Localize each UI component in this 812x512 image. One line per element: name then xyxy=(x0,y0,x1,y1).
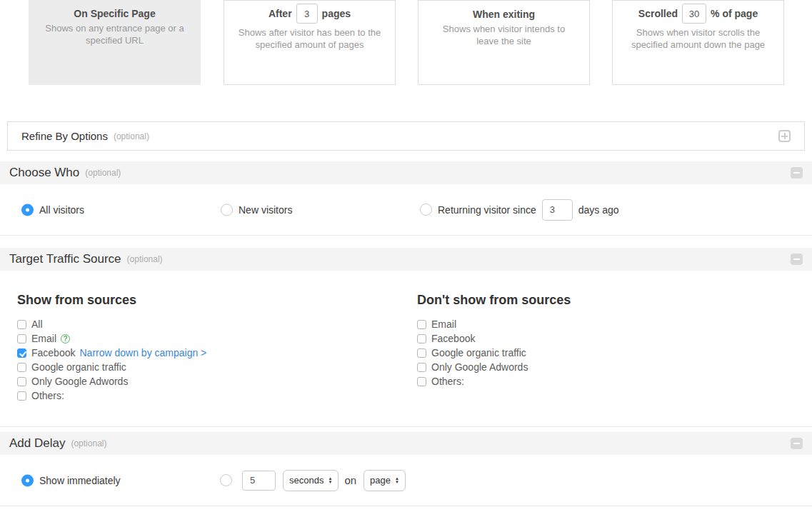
refine-by-options-title: Refine By Options xyxy=(21,130,108,142)
radio-new-visitors[interactable]: New visitors xyxy=(221,204,292,216)
checkbox-google-organic[interactable]: Google organic traffic xyxy=(417,346,528,360)
collapse-minus-icon[interactable] xyxy=(791,254,803,265)
radio-selected-icon[interactable] xyxy=(21,204,34,216)
choose-who-content: All visitors New visitors Returning visi… xyxy=(0,184,812,236)
optional-label: (optional) xyxy=(114,131,149,141)
checkbox-others[interactable]: Others: xyxy=(17,388,206,403)
checkbox-icon[interactable] xyxy=(417,320,426,329)
optional-label: (optional) xyxy=(85,168,121,178)
card-title-suffix: pages xyxy=(322,8,351,19)
card-title: On Specific Page xyxy=(29,8,201,19)
radio-returning-visitor[interactable]: Returning visitor since days ago xyxy=(420,199,619,221)
checkbox-facebook[interactable]: Facebook xyxy=(417,331,528,346)
checkbox-only-google-adwords[interactable]: Only Google Adwords xyxy=(417,360,528,374)
on-label: on xyxy=(344,474,356,486)
checkbox-email[interactable]: Email ? xyxy=(17,331,206,346)
collapse-minus-icon[interactable] xyxy=(791,438,803,449)
show-from-sources-heading: Show from sources xyxy=(17,293,136,308)
checkbox-all[interactable]: All xyxy=(17,317,206,331)
trigger-card-after-pages[interactable]: After pages Shows after visitor has been… xyxy=(224,0,396,85)
delay-unit-select[interactable]: seconds ▲▼ xyxy=(283,470,339,491)
card-title: When exiting xyxy=(418,9,589,20)
card-description: Shows when visitor intends to leave the … xyxy=(418,23,589,48)
checkbox-icon[interactable] xyxy=(417,334,426,343)
card-description: Shows after visitor has been to the spec… xyxy=(224,26,395,51)
checkbox-icon[interactable] xyxy=(17,334,26,343)
traffic-source-header: Target Traffic Source (optional) xyxy=(0,248,812,271)
collapse-minus-icon[interactable] xyxy=(791,167,803,179)
trigger-card-scrolled[interactable]: Scrolled % of page Shows when visitor sc… xyxy=(612,0,784,85)
returning-days-input[interactable] xyxy=(542,199,573,221)
radio-label: New visitors xyxy=(239,204,292,216)
checkbox-icon[interactable] xyxy=(417,363,426,372)
checkbox-google-organic[interactable]: Google organic traffic xyxy=(17,360,206,374)
checkbox-checked-icon[interactable] xyxy=(17,348,26,358)
checkbox-icon[interactable] xyxy=(17,363,26,372)
choose-who-title: Choose Who xyxy=(9,166,79,180)
narrow-by-campaign-link[interactable]: Narrow down by campaign > xyxy=(79,347,206,358)
optional-label: (optional) xyxy=(71,438,106,448)
select-stepper-icon: ▲▼ xyxy=(328,477,332,484)
radio-label: Returning visitor since xyxy=(438,204,536,216)
pages-count-input[interactable] xyxy=(296,4,318,24)
radio-delayed-show[interactable]: seconds ▲▼ on page ▲▼ xyxy=(220,470,406,491)
add-delay-header: Add Delay (optional) xyxy=(0,432,812,455)
section-divider xyxy=(0,426,812,427)
show-from-sources-list: All Email ? Facebook Narrow down by camp… xyxy=(17,317,206,403)
scroll-percent-input[interactable] xyxy=(682,4,706,24)
help-question-icon[interactable]: ? xyxy=(61,334,70,343)
radio-selected-icon[interactable] xyxy=(21,474,34,486)
checkbox-email[interactable]: Email xyxy=(417,317,528,331)
checkbox-facebook[interactable]: Facebook Narrow down by campaign > xyxy=(17,346,206,360)
radio-show-immediately[interactable]: Show immediately xyxy=(21,474,121,486)
checkbox-icon[interactable] xyxy=(17,391,26,401)
expand-plus-icon[interactable] xyxy=(778,130,791,142)
traffic-source-title: Target Traffic Source xyxy=(9,252,121,266)
radio-unselected-icon[interactable] xyxy=(420,204,432,216)
card-description: Shows on any entrance page or a specifie… xyxy=(29,22,201,47)
radio-label: All visitors xyxy=(39,204,84,216)
delay-seconds-input[interactable] xyxy=(242,471,276,491)
checkbox-icon[interactable] xyxy=(417,377,426,386)
checkbox-icon[interactable] xyxy=(17,377,26,386)
card-description: Shows when visitor scrolls the specified… xyxy=(613,26,783,51)
card-title-suffix: % of page xyxy=(711,8,758,19)
checkbox-icon[interactable] xyxy=(417,348,426,358)
dont-show-from-sources-list: Email Facebook Google organic traffic On… xyxy=(417,317,528,388)
radio-unselected-icon[interactable] xyxy=(220,474,232,486)
radio-unselected-icon[interactable] xyxy=(221,204,233,216)
optional-label: (optional) xyxy=(127,254,163,264)
checkbox-only-google-adwords[interactable]: Only Google Adwords xyxy=(17,374,206,388)
refine-by-options-bar[interactable]: Refine By Options (optional) xyxy=(7,121,805,151)
radio-label-suffix: days ago xyxy=(578,204,619,216)
dont-show-from-sources-heading: Don't show from sources xyxy=(417,293,571,308)
choose-who-header: Choose Who (optional) xyxy=(0,161,812,184)
radio-all-visitors[interactable]: All visitors xyxy=(21,204,84,216)
checkbox-others[interactable]: Others: xyxy=(417,374,528,388)
delay-scope-select[interactable]: page ▲▼ xyxy=(364,470,406,491)
card-title-prefix: Scrolled xyxy=(638,8,678,19)
card-title-prefix: After xyxy=(269,8,292,19)
add-delay-content: Show immediately seconds ▲▼ on page ▲▼ xyxy=(0,455,812,506)
checkbox-icon[interactable] xyxy=(17,320,26,329)
trigger-card-when-exiting[interactable]: When exiting Shows when visitor intends … xyxy=(418,0,590,85)
add-delay-title: Add Delay xyxy=(9,436,65,451)
trigger-card-on-specific-page[interactable]: On Specific Page Shows on any entrance p… xyxy=(29,0,201,85)
select-stepper-icon: ▲▼ xyxy=(395,477,399,484)
radio-label: Show immediately xyxy=(39,475,121,486)
